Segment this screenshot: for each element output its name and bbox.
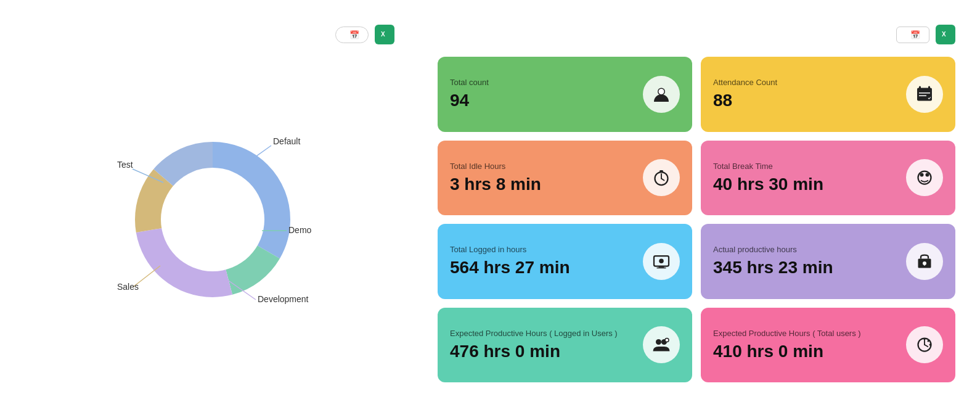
svg-point-48 <box>929 344 931 346</box>
svg-point-42 <box>656 339 661 345</box>
donut-chart: Default Demo Development Sales Test <box>114 121 311 318</box>
card-text-total-idle: Total Idle Hours 3 hrs 8 min <box>450 162 541 194</box>
card-label-actual-productive: Actual productive hours <box>713 245 833 254</box>
excel-icon-right: X <box>940 28 951 41</box>
card-label-expected-total: Expected Productive Hours ( Total users … <box>713 329 861 338</box>
svg-text:Demo: Demo <box>288 225 311 235</box>
card-icon-total-idle <box>643 159 680 196</box>
excel-export-button[interactable]: X <box>375 25 394 44</box>
card-text-attendance-count: Attendance Count 88 <box>713 78 777 110</box>
svg-rect-23 <box>919 86 921 89</box>
date-range-button[interactable]: 📅 <box>335 27 369 43</box>
card-label-total-count: Total count <box>450 78 489 87</box>
card-expected-logged: Expected Productive Hours ( Logged in Us… <box>438 308 692 383</box>
card-value-expected-total: 410 hrs 0 min <box>713 342 861 361</box>
card-icon-attendance-count <box>906 76 943 113</box>
svg-point-47 <box>928 340 929 342</box>
svg-point-36 <box>659 258 664 263</box>
card-icon-total-break <box>906 159 943 196</box>
svg-point-46 <box>924 339 926 340</box>
card-text-total-logged: Total Logged in hours 564 hrs 27 min <box>450 245 570 278</box>
left-panel: 📅 X <box>0 0 419 407</box>
card-value-total-break: 40 hrs 30 min <box>713 175 823 194</box>
excel-icon: X <box>379 28 390 41</box>
card-text-total-break: Total Break Time 40 hrs 30 min <box>713 162 823 194</box>
card-icon-total-count <box>643 76 680 113</box>
card-total-break: Total Break Time 40 hrs 30 min <box>701 141 955 216</box>
calendar-icon-right: 📅 <box>910 30 920 39</box>
svg-rect-26 <box>919 95 926 96</box>
calendar-icon: 📅 <box>349 30 359 39</box>
card-label-total-logged: Total Logged in hours <box>450 245 570 254</box>
card-attendance-count: Attendance Count 88 <box>701 57 955 132</box>
svg-rect-31 <box>659 170 663 172</box>
card-expected-total: Expected Productive Hours ( Total users … <box>701 308 955 383</box>
card-value-expected-logged: 476 hrs 0 min <box>450 342 618 361</box>
svg-point-27 <box>927 96 932 101</box>
card-text-expected-logged: Expected Productive Hours ( Logged in Us… <box>450 329 618 361</box>
svg-rect-38 <box>657 268 666 269</box>
cards-grid: Total count 94 Attendance Count 88 Total… <box>438 57 955 382</box>
right-panel: 📅 X Total count 94 Attendance Count 88 <box>419 0 980 407</box>
right-header: 📅 X <box>438 25 955 44</box>
card-label-attendance-count: Attendance Count <box>713 78 777 87</box>
donut-chart-area: Default Demo Development Sales Test <box>31 57 394 382</box>
card-value-total-idle: 3 hrs 8 min <box>450 175 541 194</box>
svg-text:Default: Default <box>273 136 300 146</box>
card-total-count: Total count 94 <box>438 57 692 132</box>
svg-text:Test: Test <box>117 160 133 170</box>
card-value-actual-productive: 345 hrs 23 min <box>713 258 833 278</box>
svg-point-7 <box>161 168 264 271</box>
svg-rect-25 <box>919 92 930 94</box>
svg-text:Development: Development <box>258 294 309 304</box>
card-icon-total-logged <box>643 243 680 280</box>
card-total-idle: Total Idle Hours 3 hrs 8 min <box>438 141 692 216</box>
card-value-total-logged: 564 hrs 27 min <box>450 258 570 278</box>
card-value-total-count: 94 <box>450 91 489 110</box>
card-icon-expected-total <box>906 326 943 363</box>
card-actual-productive: Actual productive hours 345 hrs 23 min <box>701 224 955 299</box>
left-header: 📅 X <box>31 25 394 44</box>
svg-text:X: X <box>942 31 946 38</box>
card-text-expected-total: Expected Productive Hours ( Total users … <box>713 329 861 361</box>
card-label-total-idle: Total Idle Hours <box>450 162 541 171</box>
card-icon-expected-logged <box>643 326 680 363</box>
card-text-actual-productive: Actual productive hours 345 hrs 23 min <box>713 245 833 278</box>
card-icon-actual-productive <box>906 243 943 280</box>
svg-point-21 <box>659 89 664 94</box>
svg-rect-37 <box>659 266 664 267</box>
date-input-button[interactable]: 📅 <box>896 27 929 43</box>
card-text-total-count: Total count 94 <box>450 78 489 110</box>
excel-export-button-right[interactable]: X <box>936 25 955 44</box>
svg-rect-24 <box>928 86 930 89</box>
svg-rect-41 <box>924 263 925 266</box>
card-label-expected-logged: Expected Productive Hours ( Logged in Us… <box>450 329 618 338</box>
svg-text:X: X <box>381 31 385 38</box>
right-header-controls: 📅 X <box>896 25 955 44</box>
svg-point-44 <box>665 339 669 342</box>
svg-point-33 <box>920 173 924 177</box>
card-value-attendance-count: 88 <box>713 91 777 110</box>
card-label-total-break: Total Break Time <box>713 162 823 171</box>
svg-text:Sales: Sales <box>117 282 139 292</box>
card-total-logged: Total Logged in hours 564 hrs 27 min <box>438 224 692 299</box>
svg-point-34 <box>926 173 929 177</box>
